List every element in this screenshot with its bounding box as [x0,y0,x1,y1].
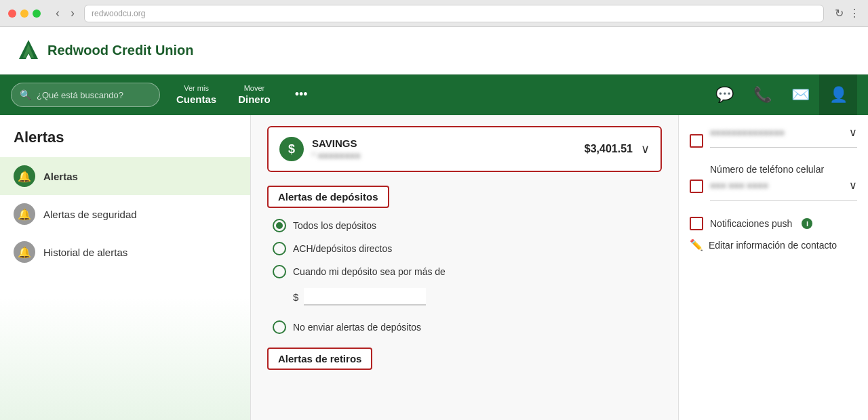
address-bar[interactable]: redwoodcu.org [84,5,824,22]
phone-dropdown: ●●● ●●● ●●●● ∨ [710,179,857,201]
main-layout: Alertas 🔔 Alertas 🔔 Alertas de seguridad… [0,115,868,420]
reload-icon[interactable]: ↻ [835,7,844,20]
sidebar-label-seguridad: Alertas de seguridad [43,209,137,220]
dropdown-1: ●●●●●●●●●●●●●● ∨ [710,126,857,148]
checkbox-row-1: ●●●●●●●●●●●●●● ∨ [690,126,857,156]
sidebar-label-alertas: Alertas [43,171,78,182]
logo-text: Redwood Credit Union [47,43,194,58]
radio-todos-label: Todos los depósitos [293,220,376,231]
phone-button[interactable]: 📞 [743,75,781,115]
checkbox-3[interactable] [690,217,703,230]
withdrawals-section-label: Alertas de retiros [267,348,372,370]
push-info-icon[interactable]: i [802,218,812,229]
deposit-section-label: Alertas de depósitos [267,186,389,208]
menu-icon[interactable]: ⋮ [849,7,860,20]
dollar-sign: $ [293,291,298,303]
chat-button[interactable]: 💬 [705,75,743,115]
content-area: $ SAVINGS * ●●●●●●●● $3,401.51 ∨ Alertas… [251,115,678,420]
logo-area: Redwood Credit Union [16,39,194,63]
checkbox-row-3: Notificaciones push i [690,217,857,230]
nav-cuentas-sub: Cuentas [176,93,216,106]
sidebar-label-historial: Historial de alertas [43,247,127,258]
account-info: SAVINGS * ●●●●●●●● [312,138,576,161]
radio-item-cuando[interactable]: Cuando mi depósito sea por más de [273,265,662,278]
radio-item-no-enviar[interactable]: No enviar alertas de depósitos [273,320,662,334]
mail-button[interactable]: ✉️ [781,75,819,115]
account-card: $ SAVINGS * ●●●●●●●● $3,401.51 ∨ [267,126,662,172]
checkbox-2[interactable] [690,180,703,193]
nav-dinero-sub: Dinero [238,93,271,106]
back-button[interactable]: ‹ [52,5,64,22]
nav-bar: 🔍 Ver mis Cuentas Mover Dinero ••• 💬 📞 ✉… [0,75,868,115]
sidebar-item-historial[interactable]: 🔔 Historial de alertas [0,233,250,271]
sidebar-item-seguridad[interactable]: 🔔 Alertas de seguridad [0,195,250,233]
phone-container: Número de teléfono celular ●●● ●●● ●●●● … [710,164,857,209]
radio-no-enviar[interactable] [273,320,286,334]
account-number: * ●●●●●●●● [312,150,576,161]
withdrawals-section: Alertas de retiros [267,348,662,381]
account-icon: $ [279,137,304,161]
minimize-button[interactable] [20,9,28,18]
browser-chrome: ‹ › redwoodcu.org ↻ ⋮ [0,0,868,27]
sidebar-title: Alertas [0,129,250,157]
close-button[interactable] [8,9,16,18]
deposit-alerts-section: Alertas de depósitos Todos los depósitos… [267,186,662,334]
edit-label: Editar información de contacto [709,240,837,251]
radio-item-ach[interactable]: ACH/depósitos directos [273,242,662,255]
radio-ach[interactable] [273,242,286,255]
phone-number-text: ●●● ●●● ●●●● [710,180,768,190]
push-label: Notificaciones push [710,218,792,229]
sidebar-item-alertas[interactable]: 🔔 Alertas [0,157,250,195]
forward-button[interactable]: › [66,5,79,22]
traffic-lights [8,9,41,18]
dropdown-1-value[interactable]: ●●●●●●●●●●●●●● ∨ [710,126,857,139]
edit-contact-link[interactable]: ✏️ Editar información de contacto [690,238,857,251]
dropdown-1-container: ●●●●●●●●●●●●●● ∨ [710,126,857,156]
account-name: SAVINGS [312,138,576,149]
sidebar: Alertas 🔔 Alertas 🔔 Alertas de seguridad… [0,115,251,420]
phone-chevron[interactable]: ∨ [849,179,857,192]
nav-dinero-sup: Mover [238,83,271,93]
amount-input[interactable] [304,288,426,306]
checkbox-row-2: Número de teléfono celular ●●● ●●● ●●●● … [690,164,857,209]
logo-icon [16,39,41,63]
radio-cuando-label: Cuando mi depósito sea por más de [293,266,446,277]
browser-icons: ↻ ⋮ [835,7,860,20]
nav-icons: 💬 📞 ✉️ 👤 [705,75,857,115]
profile-button[interactable]: 👤 [819,75,857,115]
radio-ach-label: ACH/depósitos directos [293,243,392,254]
search-box[interactable]: 🔍 [11,83,160,107]
checkbox-1[interactable] [690,134,703,148]
nav-more-button[interactable]: ••• [295,87,308,102]
account-chevron-button[interactable]: ∨ [641,142,650,156]
browser-nav-buttons: ‹ › [52,5,79,22]
nav-links: Ver mis Cuentas Mover Dinero ••• [176,83,308,106]
address-text: redwoodcu.org [92,9,145,18]
nav-cuentas-sup: Ver mis [176,83,216,93]
radio-item-todos[interactable]: Todos los depósitos [273,219,662,232]
radio-todos[interactable] [273,219,286,232]
account-number-blurred: * ●●●●●●●● [312,150,361,161]
right-panel: ●●●●●●●●●●●●●● ∨ Número de teléfono celu… [678,115,868,420]
phone-dropdown-value[interactable]: ●●● ●●● ●●●● ∨ [710,179,857,192]
bell-icon-historial: 🔔 [14,241,35,263]
radio-cuando[interactable] [273,265,286,278]
dropdown-1-chevron[interactable]: ∨ [849,126,857,139]
bell-icon-seguridad: 🔔 [14,203,35,225]
radio-no-enviar-label: No enviar alertas de depósitos [293,322,421,333]
dropdown-1-text: ●●●●●●●●●●●●●● [710,127,785,138]
bell-icon-alertas: 🔔 [14,165,35,187]
amount-input-row: $ [293,288,662,306]
account-balance: $3,401.51 [585,143,633,155]
edit-icon: ✏️ [690,238,703,251]
search-input[interactable] [37,90,151,100]
deposit-radio-group: Todos los depósitos ACH/depósitos direct… [267,219,662,334]
app-header: Redwood Credit Union [0,27,868,75]
maximize-button[interactable] [33,9,41,18]
phone-label: Número de teléfono celular [710,164,857,175]
nav-cuentas[interactable]: Ver mis Cuentas [176,83,216,106]
search-icon: 🔍 [20,89,31,100]
nav-dinero[interactable]: Mover Dinero [238,83,271,106]
